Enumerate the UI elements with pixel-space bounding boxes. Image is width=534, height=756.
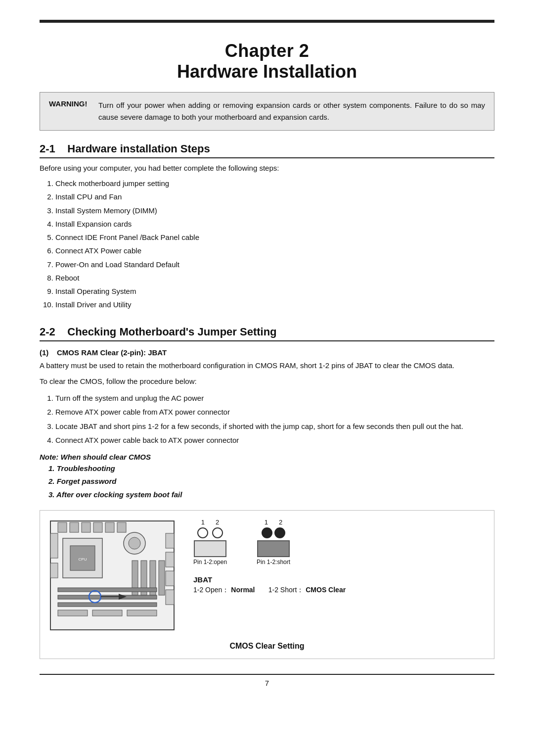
cmos-clear-title: CMOS Clear Setting: [229, 642, 304, 651]
list-item: Connect IDE Front Panel /Back Panel cabl…: [55, 231, 494, 244]
short-desc: 1-2 Short：: [268, 586, 304, 594]
note-title: Note: When should clear CMOS: [40, 453, 494, 461]
list-item: Locate JBAT and short pins 1-2 for a few…: [55, 420, 494, 433]
open-value: Normal: [231, 586, 255, 594]
subsection1-heading: CMOS RAM Clear (2-pin): JBAT: [57, 348, 167, 357]
pin-numbers-short: 1 2: [265, 519, 282, 526]
svg-rect-4: [93, 522, 102, 532]
svg-rect-24: [92, 610, 122, 616]
svg-point-15: [129, 537, 140, 549]
top-rule: [40, 20, 494, 23]
procedure-intro: To clear the CMOS, follow the procedure …: [40, 376, 494, 388]
list-item: Turn off the system and unplug the AC po…: [55, 392, 494, 405]
list-item: Connect ATX power cable back to ATX powe…: [55, 434, 494, 447]
note-item: 1. Troubleshooting: [48, 462, 494, 475]
section2-number: 2-2: [40, 326, 55, 338]
jbat-title: JBAT: [193, 575, 212, 584]
subsection1-label: (1): [40, 348, 48, 357]
note-item: 3. After over clocking system boot fail: [48, 488, 494, 501]
svg-rect-25: [127, 610, 157, 616]
pin-open-box: [194, 540, 226, 557]
pin-short-label: Pin 1-2:short: [257, 559, 290, 566]
svg-rect-20: [58, 588, 157, 592]
pin-num-2: 2: [216, 519, 219, 526]
list-item: Install CPU and Fan: [55, 190, 494, 203]
bottom-rule: [40, 674, 494, 675]
svg-rect-19: [159, 561, 165, 595]
section1-heading: Hardware installation Steps: [67, 142, 210, 155]
svg-rect-8: [166, 552, 174, 567]
open-pin-diagram: 1 2 Pin 1-2:open: [193, 519, 227, 566]
list-item: Reboot: [55, 272, 494, 284]
pin-circle-2-short: [274, 527, 285, 538]
short-circles: [262, 527, 285, 538]
section2-title: 2-2 Checking Motherboard's Jumper Settin…: [40, 326, 494, 341]
list-item: Install Expansion cards: [55, 218, 494, 231]
list-item: Install System Memory (DIMM): [55, 204, 494, 217]
section1-number: 2-1: [40, 142, 55, 155]
warning-text: Turn off your power when adding or remov…: [98, 99, 485, 123]
diagram-bottom: CMOS Clear Setting: [48, 638, 486, 651]
open-circles: [197, 527, 223, 538]
warning-label: WARNING!: [49, 99, 93, 108]
svg-text:CPU: CPU: [79, 557, 87, 562]
svg-rect-10: [166, 590, 174, 605]
list-item: Install Driver and Utility: [55, 298, 494, 311]
steps-list: Check motherboard jumper setting Install…: [55, 177, 494, 312]
pin-open-label: Pin 1-2:open: [193, 559, 227, 566]
svg-rect-7: [166, 533, 174, 548]
mobo-svg: CPU: [48, 519, 177, 632]
list-item: Power-On and Load Standard Default: [55, 258, 494, 271]
svg-rect-23: [58, 610, 88, 616]
pin-num-2-short: 2: [279, 519, 282, 526]
svg-rect-28: [50, 533, 58, 558]
pin-num-1-short: 1: [265, 519, 268, 526]
list-item: Connect ATX Power cable: [55, 244, 494, 257]
pin-circle-1-short: [262, 527, 272, 538]
pin-diagrams-container: 1 2 Pin 1-2:open 1: [193, 519, 486, 596]
list-item: Install Operating System: [55, 285, 494, 298]
section1-intro: Before using your computer, you had bett…: [40, 162, 494, 174]
svg-rect-3: [82, 522, 90, 532]
section1-title: 2-1 Hardware installation Steps: [40, 142, 494, 158]
page-number: 7: [40, 679, 494, 687]
pin-circle-1-open: [197, 527, 208, 538]
chapter-line2: Hardware Installation: [40, 61, 494, 82]
subsection1-title: (1) CMOS RAM Clear (2-pin): JBAT: [40, 348, 494, 357]
svg-rect-6: [117, 522, 126, 532]
chapter-title: Chapter 2 Hardware Installation: [40, 41, 494, 82]
diagram-row: CPU: [48, 519, 486, 634]
pin-groups-row: 1 2 Pin 1-2:open 1: [193, 519, 486, 566]
short-value: CMOS Clear: [306, 586, 346, 594]
page: Chapter 2 Hardware Installation WARNING!…: [0, 0, 534, 756]
svg-rect-1: [58, 522, 67, 532]
jbat-open-desc: 1-2 Open： Normal 1-2 Short： CMOS Clear: [193, 586, 346, 595]
diagram-section: CPU: [40, 510, 494, 659]
warning-box: WARNING! Turn off your power when adding…: [40, 92, 494, 131]
svg-rect-2: [70, 522, 79, 532]
chapter-line1: Chapter 2: [40, 41, 494, 61]
note-item: 2. Forget password: [48, 475, 494, 488]
svg-rect-5: [105, 522, 114, 532]
list-item: Check motherboard jumper setting: [55, 177, 494, 190]
pin-numbers-open: 1 2: [201, 519, 219, 526]
section2-heading: Checking Motherboard's Jumper Setting: [67, 326, 276, 338]
short-pin-diagram: 1 2 Pin 1-2:short: [257, 519, 290, 566]
jbat-labels: JBAT 1-2 Open： Normal 1-2 Short： CMOS Cl…: [193, 575, 486, 596]
svg-rect-9: [166, 571, 174, 586]
open-desc: 1-2 Open：: [193, 586, 229, 594]
pin-circle-2-open: [212, 527, 223, 538]
note-list: 1. Troubleshooting 2. Forget password 3.…: [48, 462, 494, 501]
pin-short-box: [257, 540, 290, 557]
subsection1-body: A battery must be used to retain the mot…: [40, 360, 494, 372]
note-section: Note: When should clear CMOS 1. Troubles…: [40, 453, 494, 501]
list-item: Remove ATX power cable from ATX power co…: [55, 406, 494, 419]
procedure-list: Turn off the system and unplug the AC po…: [55, 392, 494, 447]
motherboard-diagram: CPU: [48, 519, 177, 634]
pin-num-1: 1: [201, 519, 205, 526]
svg-rect-29: [50, 563, 58, 578]
svg-rect-22: [58, 603, 157, 607]
